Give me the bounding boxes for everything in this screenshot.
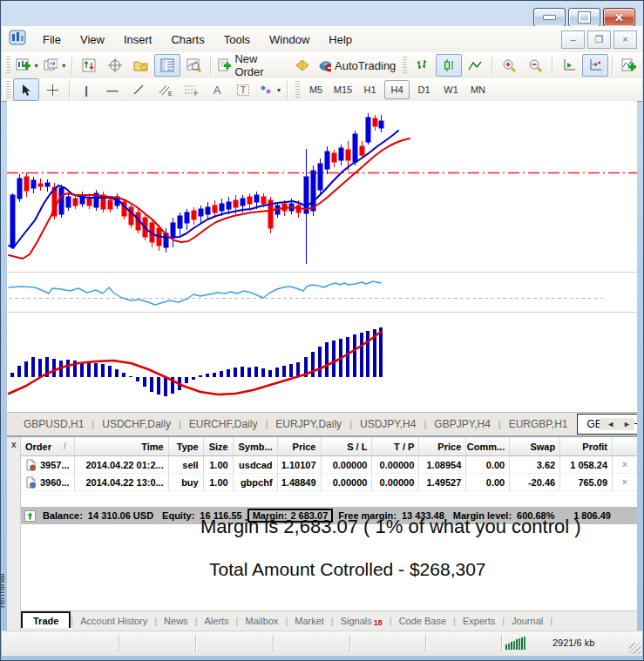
column-header-price[interactable]: Price: [278, 437, 322, 455]
order-row[interactable]: 3957...2014.04.22 01:2...sell1.00usdcad1…: [21, 456, 637, 474]
data-window-button[interactable]: [102, 54, 128, 77]
new-order-button[interactable]: New Order: [214, 54, 289, 77]
order-cell: 1.48849: [278, 474, 322, 490]
column-header-profit[interactable]: Profit: [560, 437, 613, 455]
close-order-button[interactable]: ×: [613, 456, 637, 473]
terminal-tab-journal[interactable]: Journal: [505, 613, 550, 629]
menu-tools[interactable]: Tools: [214, 30, 260, 49]
profiles-button[interactable]: ▾: [41, 54, 69, 77]
navigator-button[interactable]: [128, 54, 154, 77]
chart-restore-button[interactable]: ❐: [587, 30, 611, 49]
text-tool-button[interactable]: A: [204, 78, 230, 101]
metaeditor-button[interactable]: [289, 54, 315, 77]
menu-file[interactable]: File: [33, 30, 71, 49]
chart-tab-usdchf-daily[interactable]: USDCHF,Daily: [94, 414, 179, 435]
column-header-symb[interactable]: Symb...: [234, 437, 278, 455]
chart-tab-eurchf-daily[interactable]: EURCHF,Daily: [181, 414, 266, 435]
line-chart-mode-button[interactable]: [462, 54, 488, 77]
column-header-swap[interactable]: Swap: [510, 437, 560, 455]
window-minimize-button[interactable]: [533, 8, 566, 27]
order-cell: 2014.04.22 01:2...: [75, 456, 169, 473]
timeframe-mn[interactable]: MN: [465, 80, 491, 99]
strategy-tester-button[interactable]: [180, 54, 207, 77]
cursor-tool-button[interactable]: [13, 78, 39, 101]
terminal-close-button[interactable]: x: [9, 440, 19, 450]
toolbar-drag-handle[interactable]: [6, 81, 10, 98]
timeframe-h4[interactable]: H4: [384, 80, 410, 99]
terminal-button[interactable]: [154, 54, 180, 77]
menu-view[interactable]: View: [71, 30, 114, 49]
chart-tab-usdjpy-h4[interactable]: USDJPY,H4: [352, 414, 424, 435]
window-maximize-button[interactable]: [568, 8, 600, 27]
chart-shift-button[interactable]: [582, 54, 608, 77]
tab-scroll-right-button[interactable]: ►: [620, 418, 634, 430]
toolbar-drag-handle[interactable]: [295, 81, 300, 98]
market-watch-button[interactable]: [76, 54, 102, 77]
svg-text:E: E: [168, 91, 173, 97]
equidistant-channel-tool-button[interactable]: E: [152, 78, 178, 101]
terminal-tab-code-base[interactable]: Code Base: [392, 613, 453, 629]
auto-scroll-button[interactable]: [556, 54, 582, 77]
timeframe-h1[interactable]: H1: [357, 80, 383, 99]
chart-tab-gbpjpy-h4[interactable]: GBPJPY,H4: [426, 414, 498, 435]
balance-label: Balance:: [43, 510, 83, 521]
toolbar-drag-handle[interactable]: [403, 57, 407, 74]
autotrading-button[interactable]: AutoTrading: [315, 54, 398, 77]
column-header-comm[interactable]: Comm...: [466, 437, 510, 455]
close-order-button[interactable]: ×: [613, 474, 637, 490]
column-header-sl[interactable]: S / L: [322, 437, 373, 455]
crosshair-tool-button[interactable]: [39, 78, 65, 101]
menu-insert[interactable]: Insert: [114, 30, 162, 49]
indicators-button[interactable]: [616, 54, 642, 77]
window-close-button[interactable]: ✕: [603, 8, 635, 27]
fibonacci-tool-button[interactable]: F: [178, 78, 204, 101]
chart-canvas-gbpchf-h4[interactable]: [7, 101, 637, 412]
chart-tab-eurjpy-daily[interactable]: EURJPY,Daily: [268, 414, 349, 435]
orders-table: Order/TimeTypeSizeSymb...PriceS / LT / P…: [21, 437, 637, 491]
chart-minimize-button[interactable]: –: [561, 30, 585, 49]
terminal-tab-alerts[interactable]: Alerts: [197, 613, 235, 629]
column-header-time[interactable]: Time: [75, 437, 169, 455]
menu-help[interactable]: Help: [319, 30, 362, 49]
timeframe-m15[interactable]: M15: [330, 80, 356, 99]
text-label-tool-button[interactable]: T: [230, 78, 256, 101]
horizontal-line-tool-button[interactable]: —: [99, 78, 125, 101]
arrows-tool-button[interactable]: ▾: [256, 78, 283, 101]
timeframe-w1[interactable]: W1: [438, 80, 464, 99]
terminal-tab-mailbox[interactable]: Mailbox: [238, 613, 285, 629]
toolbar-drag-handle[interactable]: [6, 57, 10, 74]
zoom-out-icon: [528, 58, 543, 72]
terminal-tab-account-history[interactable]: Account History: [73, 613, 154, 629]
column-header-tp[interactable]: T / P: [372, 437, 419, 455]
chart-close-button[interactable]: ×: [613, 30, 637, 49]
zoom-out-button[interactable]: [522, 54, 548, 77]
chart-tab-gbpusd-h1[interactable]: GBPUSD,H1: [16, 414, 92, 435]
tab-scroll-left-button[interactable]: ◄: [603, 418, 618, 430]
candlestick-mode-button[interactable]: [436, 54, 462, 77]
bar-chart-mode-button[interactable]: [410, 54, 436, 77]
column-header-size[interactable]: Size: [204, 437, 234, 455]
terminal-tab-market[interactable]: Market: [288, 613, 331, 629]
timeframe-d1[interactable]: D1: [411, 80, 437, 99]
vertical-line-tool-button[interactable]: |: [73, 78, 99, 101]
resize-grip[interactable]: [629, 643, 641, 654]
menu-window[interactable]: Window: [260, 30, 319, 49]
order-row[interactable]: 3960...2014.04.22 13:0...buy1.00gbpchf1.…: [21, 474, 637, 491]
title-bar[interactable]: ✕: [0, 0, 644, 26]
column-header-type[interactable]: Type: [169, 437, 204, 455]
terminal-tab-signals[interactable]: Signals18: [334, 613, 390, 630]
terminal-tab-trade[interactable]: Trade: [21, 611, 71, 628]
zoom-in-button[interactable]: [496, 54, 522, 77]
chart-tab-eurgbp-h1[interactable]: EURGBP,H1: [501, 414, 576, 435]
menu-charts[interactable]: Charts: [161, 30, 214, 49]
terminal-tab-experts[interactable]: Experts: [456, 613, 502, 629]
trendline-tool-button[interactable]: [125, 78, 152, 101]
timeframe-m5[interactable]: M5: [303, 80, 329, 99]
status-separator: [273, 635, 274, 652]
column-header-price[interactable]: Price: [419, 437, 466, 455]
orders-table-header[interactable]: Order/TimeTypeSizeSymb...PriceS / LT / P…: [21, 437, 637, 456]
new-chart-button[interactable]: ▾: [13, 54, 41, 77]
column-header-order[interactable]: Order/: [21, 437, 75, 455]
terminal-tab-news[interactable]: News: [157, 613, 195, 629]
chevron-down-icon: ▾: [277, 86, 281, 94]
